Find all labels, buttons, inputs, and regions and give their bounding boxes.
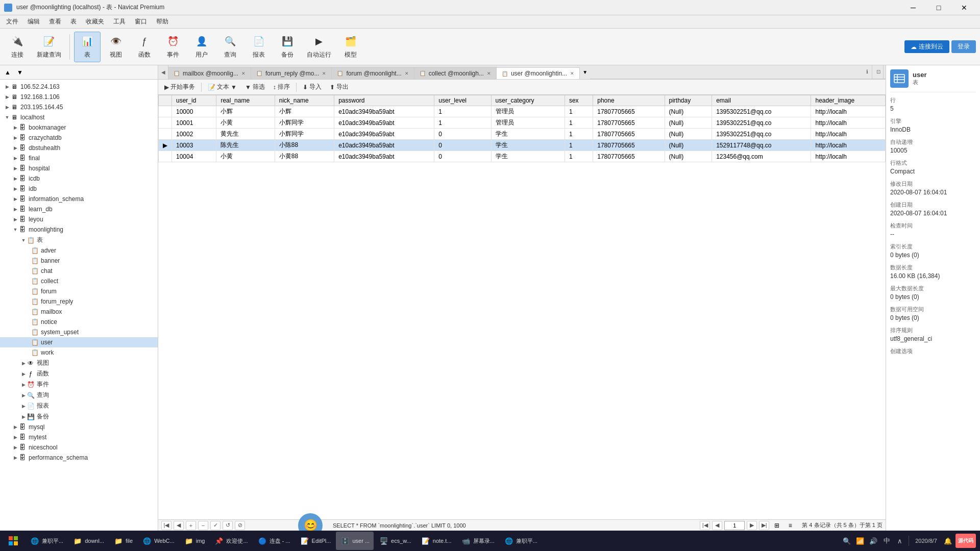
import-button[interactable]: ⬇ 导入	[300, 82, 325, 92]
nav-page-last[interactable]: ▶|	[759, 521, 769, 530]
sidebar-item-203[interactable]: ▶ 🖥 203.195.164.45	[0, 102, 158, 112]
tab-close-icon[interactable]: ✕	[405, 71, 409, 76]
sidebar-item-collect[interactable]: 📋 collect	[0, 276, 158, 286]
tab-info-button[interactable]: ℹ	[862, 65, 872, 79]
taskbar-app-file[interactable]: 📁file	[109, 532, 137, 550]
taskbar-app-[interactable]: 🌐兼职平...	[500, 532, 542, 550]
toolbar-view[interactable]: 👁️ 视图	[103, 32, 129, 62]
sidebar-item-dbstuhealth[interactable]: ▶ 🗄 dbstuhealth	[0, 143, 158, 153]
tab-forum[interactable]: 📋 forum @moonlight... ✕	[332, 67, 414, 79]
sidebar-item-functions[interactable]: ▶ ƒ 函数	[0, 368, 158, 379]
taskbar-network-icon[interactable]: 📶	[854, 532, 866, 550]
sidebar-item-notice[interactable]: 📋 notice	[0, 317, 158, 327]
tick-button[interactable]: ✓	[210, 521, 220, 530]
close-button[interactable]: ✕	[952, 0, 976, 15]
nav-first-button[interactable]: |◀	[161, 521, 172, 530]
table-row[interactable]: 10004小黄小黄88e10adc3949ba59abt0学生117807705…	[159, 151, 886, 162]
toolbar-model[interactable]: 🗂️ 模型	[337, 32, 364, 62]
taskbar-app-webc[interactable]: 🌐WebC...	[138, 532, 179, 550]
menu-favorites[interactable]: 收藏夹	[82, 16, 108, 27]
toolbar-new-query[interactable]: 📝 新建查询	[33, 32, 65, 62]
tab-close-icon[interactable]: ✕	[241, 71, 246, 76]
sidebar-item-queries[interactable]: ▶ 🔍 查询	[0, 390, 158, 400]
toolbar-autorun[interactable]: ▶ 自动运行	[303, 32, 335, 62]
sidebar-item-reports[interactable]: ▶ 📄 报表	[0, 400, 158, 411]
toolbar-backup[interactable]: 💾 备份	[274, 32, 301, 62]
taskbar-app-notet[interactable]: 📝note.t...	[416, 532, 456, 550]
sidebar-item-idb[interactable]: ▶ 🗄 idb	[0, 184, 158, 194]
sidebar-item-user[interactable]: 📋 user	[0, 337, 158, 347]
taskbar-app-[interactable]: 🌐兼职平...	[26, 532, 67, 550]
col-email[interactable]: email	[712, 95, 811, 106]
sidebar-item-mytest[interactable]: ▶ 🗄 mytest	[0, 432, 158, 442]
sidebar-item-banner[interactable]: 📋 banner	[0, 256, 158, 266]
sidebar-item-crazychatdb[interactable]: ▶ 🗄 crazychatdb	[0, 133, 158, 143]
tab-close-icon[interactable]: ✕	[570, 71, 574, 76]
clear-button[interactable]: ⊘	[235, 521, 245, 530]
menu-window[interactable]: 窗口	[131, 16, 151, 27]
taskbar-app-user[interactable]: 🗄️user ...	[336, 532, 374, 550]
start-button[interactable]	[2, 532, 24, 550]
sidebar-item-work[interactable]: 📋 work	[0, 347, 158, 358]
table-row[interactable]: ▶10003陈先生小陈88e10adc3949ba59abt0学生1178077…	[159, 140, 886, 151]
sidebar-item-localhost[interactable]: ▼ 🖥 localhost	[0, 112, 158, 122]
sidebar-item-mailbox[interactable]: 📋 mailbox	[0, 307, 158, 317]
taskbar-ime-icon[interactable]: 中	[881, 532, 892, 550]
sidebar-item-forum-reply[interactable]: 📋 forum_reply	[0, 296, 158, 307]
table-row[interactable]: 10002黄先生小辉同学e10adc3949ba59abt0学生11780770…	[159, 129, 886, 140]
tab-close-icon[interactable]: ✕	[322, 71, 326, 76]
toolbar-event[interactable]: ⏰ 事件	[160, 32, 186, 62]
col-nick-name[interactable]: nick_name	[275, 95, 334, 106]
sidebar-item-bookmanager[interactable]: ▶ 🗄 bookmanager	[0, 122, 158, 133]
menu-table[interactable]: 表	[66, 16, 81, 27]
col-password[interactable]: password	[334, 95, 434, 106]
toolbar-report[interactable]: 📄 报表	[246, 32, 272, 62]
taskbar-app-[interactable]: 📌欢迎使...	[210, 532, 252, 550]
grid-view-button[interactable]: ⊞	[771, 521, 782, 530]
taskbar-notification-icon[interactable]: 🔔	[942, 532, 953, 550]
taskbar-search-icon[interactable]: 🔍	[841, 532, 852, 550]
nav-page-prev[interactable]: ◀	[712, 521, 722, 530]
tab-more-button[interactable]: ▼	[580, 65, 590, 79]
toolbar-user[interactable]: 👤 用户	[188, 32, 215, 62]
toolbar-connect[interactable]: 🔌 连接	[4, 32, 31, 62]
sidebar-item-106[interactable]: ▶ 🖥 106.52.24.163	[0, 82, 158, 92]
taskbar-clock[interactable]: 2020/8/7	[912, 537, 940, 544]
form-view-button[interactable]: ≡	[785, 521, 796, 530]
nav-page-first[interactable]: |◀	[700, 521, 710, 530]
taskbar-sound-icon[interactable]: 🔊	[868, 532, 879, 550]
sidebar-item-192[interactable]: ▶ 🖥 192.168.1.106	[0, 92, 158, 102]
table-container[interactable]: user_id real_name nick_name password use…	[158, 95, 886, 519]
taskbar-app-editpl[interactable]: 📝EditPl...	[296, 532, 335, 550]
col-user-id[interactable]: user_id	[172, 95, 216, 106]
tab-forum-reply[interactable]: 📋 forum_reply @mo... ✕	[251, 67, 332, 79]
sidebar-item-tables[interactable]: ▼ 📋 表	[0, 235, 158, 245]
sidebar-item-final[interactable]: ▶ 🗄 final	[0, 153, 158, 163]
text-button[interactable]: 📝 文本 ▼	[205, 82, 240, 92]
col-real-name[interactable]: real_name	[216, 95, 275, 106]
connect-to-cloud-button[interactable]: ☁ 连接到云	[904, 40, 949, 53]
nav-page-next[interactable]: ▶	[747, 521, 757, 530]
menu-file[interactable]: 文件	[2, 16, 22, 27]
sidebar-item-forum[interactable]: 📋 forum	[0, 286, 158, 296]
col-sex[interactable]: sex	[565, 95, 593, 106]
nav-prev-button[interactable]: ◀	[174, 521, 184, 530]
sidebar-item-learn-db[interactable]: ▶ 🗄 learn_db	[0, 204, 158, 214]
menu-view[interactable]: 查看	[45, 16, 65, 27]
taskbar-app-img[interactable]: 📁img	[180, 532, 209, 550]
sidebar-item-icdb[interactable]: ▶ 🗄 icdb	[0, 173, 158, 184]
filter-button[interactable]: ▼ 筛选	[242, 82, 268, 92]
sidebar-item-events[interactable]: ▶ ⏰ 事件	[0, 379, 158, 390]
taskbar-app-[interactable]: 📹屏幕录...	[457, 532, 499, 550]
sidebar-item-moonlighting[interactable]: ▼ 🗄 moonlighting	[0, 224, 158, 235]
page-input[interactable]	[724, 521, 745, 530]
sidebar-scroll-down[interactable]: ▼	[14, 67, 26, 78]
col-header-image[interactable]: header_image	[811, 95, 886, 106]
taskbar-app-ecsw[interactable]: 🖥️ecs_w...	[375, 532, 415, 550]
menu-edit[interactable]: 编辑	[23, 16, 44, 27]
menu-help[interactable]: 帮助	[152, 16, 173, 27]
sort-button[interactable]: ↕ 排序	[270, 82, 293, 92]
tab-mailbox[interactable]: 📋 mailbox @moonlig... ✕	[168, 67, 251, 79]
sidebar-item-adver[interactable]: 📋 adver	[0, 245, 158, 256]
maximize-button[interactable]: □	[927, 0, 950, 15]
